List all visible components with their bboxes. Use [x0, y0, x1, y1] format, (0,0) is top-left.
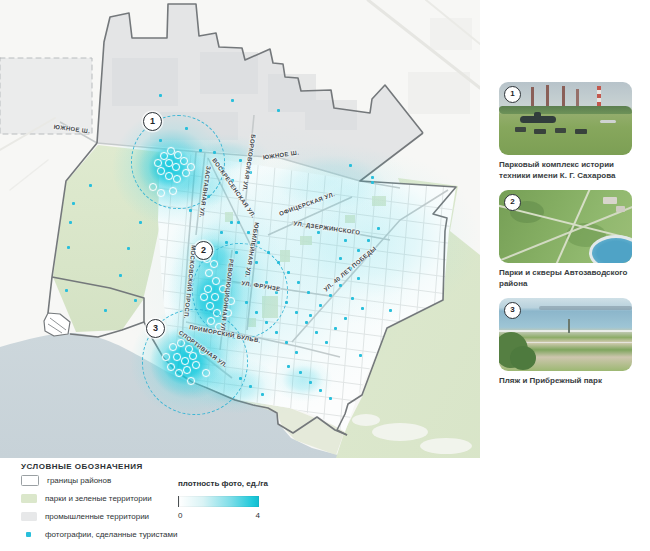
vehicle-silhouette — [575, 129, 587, 134]
density-title: плотность фото, ед./га — [178, 479, 262, 488]
photo-card-2-image: 2 — [499, 190, 632, 263]
map-legend: УСЛОВНЫЕ ОБОЗНАЧЕНИЯ границы районов пар… — [21, 462, 321, 543]
legend-item-boundaries: границы районов — [21, 471, 321, 489]
card-1-number-badge: 1 — [504, 86, 521, 103]
submarine-sail — [534, 112, 541, 118]
card-3-caption: Пляж и Прибрежный парк — [499, 376, 632, 387]
card-1-caption: Парковый комплекс истории техники имени … — [499, 160, 632, 181]
zone-1-circle — [131, 115, 225, 209]
photo-card-2[interactable]: 2 Парки и скверы Автозаводского района — [499, 190, 632, 289]
promenade-railing — [499, 330, 632, 332]
treeline — [499, 106, 632, 114]
photo-sidebar: 1 Парковый комплекс истории техники имен… — [499, 82, 632, 396]
industrial-swatch — [21, 512, 37, 521]
density-gradient-bar — [178, 496, 259, 507]
vehicle-silhouette — [555, 128, 566, 133]
card-2-number-badge: 2 — [504, 194, 521, 211]
zone-3-badge[interactable]: 3 — [146, 319, 165, 338]
green-swatch — [21, 494, 37, 503]
photo-card-3[interactable]: 3 Пляж и Прибрежный парк — [499, 298, 632, 387]
legend-title: УСЛОВНЫЕ ОБОЗНАЧЕНИЯ — [21, 462, 321, 471]
stadium-oval — [589, 235, 632, 263]
legend-label: фотографии, сделанные туристами — [45, 530, 177, 539]
density-max: 4 — [256, 511, 260, 520]
vehicle-silhouette — [515, 127, 526, 132]
building — [616, 206, 625, 212]
legend-label: промышленные территории — [45, 512, 149, 521]
density-scale: 0 4 — [178, 511, 260, 520]
photo-card-1-image: 1 — [499, 82, 632, 155]
card-3-number-badge: 3 — [504, 302, 521, 319]
legend-item-industrial: промышленные территории — [21, 507, 321, 525]
city-map: 1 2 3 ЮЖНОЕ Ш. ЮЖНОЕ Ш. БОРКОВСКАЯ УЛ. В… — [0, 0, 480, 458]
bush-foreground — [510, 346, 536, 370]
building — [603, 197, 617, 204]
legend-item-green: парки и зеленые территории — [21, 489, 321, 507]
boundary-swatch — [21, 475, 39, 486]
density-legend: плотность фото, ед./га 0 4 — [178, 479, 262, 520]
photo-card-1[interactable]: 1 Парковый комплекс истории техники имен… — [499, 82, 632, 181]
density-min: 0 — [178, 511, 182, 520]
infographic-page: 1 2 3 ЮЖНОЕ Ш. ЮЖНОЕ Ш. БОРКОВСКАЯ УЛ. В… — [0, 0, 650, 551]
vehicle-silhouette — [534, 129, 546, 134]
photo-card-3-image: 3 — [499, 298, 632, 371]
legend-item-photos: фотографии, сделанные туристами — [21, 525, 321, 543]
zone-2-badge[interactable]: 2 — [194, 241, 213, 260]
zone-1-badge[interactable]: 1 — [143, 112, 162, 131]
card-2-caption: Парки и скверы Автозаводского района — [499, 268, 632, 289]
lamp-post — [568, 319, 570, 333]
legend-label: границы районов — [47, 476, 111, 485]
legend-label: парки и зеленые территории — [45, 494, 152, 503]
airplane-silhouette — [600, 120, 616, 123]
distant-hills — [539, 306, 632, 310]
photo-dot-swatch — [21, 530, 37, 539]
